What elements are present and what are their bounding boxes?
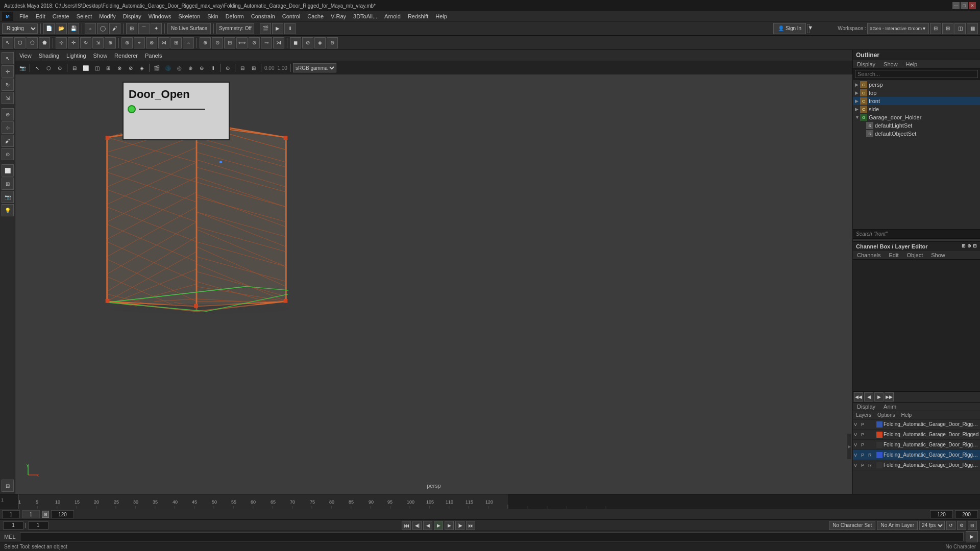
vit-6-btn[interactable]: ⊘	[126, 63, 136, 73]
timeline-start-input[interactable]	[2, 510, 20, 518]
menu-windows[interactable]: Windows	[145, 13, 175, 20]
rotate-btn[interactable]: ↻	[80, 37, 91, 48]
vit-render-btn[interactable]: 🎬	[152, 63, 162, 73]
vit-shadow-btn[interactable]: 🌑	[163, 63, 173, 73]
timeline-ruler[interactable]: 1 5 10 15 20 25 30 35 40 45 50	[0, 494, 980, 509]
show-manip-btn[interactable]: ⊕	[105, 37, 116, 48]
timeline-end-toggle[interactable]: ⊟	[42, 511, 49, 518]
layer-row-2[interactable]: V P Folding_Automatic_Garage_Door_Rigged	[853, 430, 980, 440]
outliner-search-input[interactable]	[855, 70, 978, 78]
symmetry-btn[interactable]: Symmetry: Off	[216, 23, 254, 34]
menu-redshift[interactable]: Redshift	[405, 13, 431, 20]
tree-item-persp[interactable]: ▶ C persp	[853, 81, 980, 89]
vit-2-btn[interactable]: ⬜	[81, 63, 91, 73]
joint-btn[interactable]: ⊛	[121, 37, 133, 48]
tree-item-garage-holder[interactable]: ▼ G Garage_door_Holder	[853, 113, 980, 121]
vit-3-btn[interactable]: ◫	[92, 63, 102, 73]
snap-curve-btn[interactable]: ⌒	[138, 23, 150, 34]
sign-in-dropdown[interactable]: ▼	[807, 24, 810, 33]
no-anim-layer-btn[interactable]: No Anim Layer	[877, 521, 918, 530]
menu-create[interactable]: Create	[50, 13, 72, 20]
vit-pause-btn[interactable]: ⏸	[208, 63, 218, 73]
sidebar-snap-btn[interactable]: ⊙	[2, 148, 14, 160]
vit-camera-btn[interactable]: 📷	[17, 63, 28, 73]
playback-total-input[interactable]	[955, 510, 978, 518]
bend-btn[interactable]: ⌢	[183, 37, 194, 48]
vit-isolate-btn[interactable]: ⊙	[223, 63, 233, 73]
menu-cache[interactable]: Cache	[304, 13, 327, 20]
sidebar-scale-btn[interactable]: ⇲	[2, 92, 14, 104]
vit-paint-btn[interactable]: ⊙	[55, 63, 65, 73]
vit-dof-btn[interactable]: ⊖	[197, 63, 207, 73]
render-btn[interactable]: 🎬	[260, 23, 271, 34]
anim-opts-btn[interactable]: ⊟	[968, 521, 977, 530]
tree-item-side[interactable]: ▶ C side	[853, 105, 980, 113]
playback-frame-input[interactable]	[930, 510, 953, 518]
save-file-btn[interactable]: 💾	[68, 23, 79, 34]
cluster-btn[interactable]: ⊗	[146, 37, 157, 48]
sidebar-move-btn[interactable]: ✛	[2, 65, 14, 78]
snap-grid-btn[interactable]: ⊞	[126, 23, 137, 34]
menu-skeleton[interactable]: Skeleton	[175, 13, 203, 20]
tree-item-default-obj-set[interactable]: S defaultObjectSet	[853, 130, 980, 138]
lasso-btn[interactable]: ◯	[97, 23, 108, 34]
texture-btn[interactable]: ⊘	[302, 37, 313, 48]
outliner-tab-display[interactable]: Display	[853, 60, 879, 68]
menu-help[interactable]: Help	[432, 13, 450, 20]
sidebar-grid-btn[interactable]: ⊞	[2, 178, 14, 190]
sidebar-bottom-btn[interactable]: ⊟	[2, 480, 14, 492]
sculpt-btn[interactable]: ⊘	[249, 37, 260, 48]
ui-icon-4[interactable]: ▦	[967, 23, 978, 34]
go-end-btn[interactable]: ⏭	[466, 521, 475, 530]
le-btn-2[interactable]: ◀	[864, 392, 873, 402]
channel-box-icon-1[interactable]: ⊟	[973, 243, 977, 248]
next-key-btn[interactable]: |▶	[455, 521, 464, 530]
layer-row-4[interactable]: V P R Folding_Automatic_Garage_Door_Rigg…	[853, 450, 980, 460]
render-view-btn[interactable]: ◼	[290, 37, 301, 48]
vit-ao-btn[interactable]: ◎	[174, 63, 184, 73]
tree-item-default-light-set[interactable]: S defaultLightSet	[853, 121, 980, 130]
wire-btn[interactable]: ⋈	[158, 37, 169, 48]
sidebar-light-btn[interactable]: 💡	[2, 204, 14, 216]
playback-start-frame[interactable]	[28, 521, 48, 530]
rigging-select[interactable]: Rigging	[2, 23, 38, 34]
viewport-menu-renderer[interactable]: Renderer	[112, 53, 140, 59]
menu-display[interactable]: Display	[120, 13, 144, 20]
select-mode-btn[interactable]: ⬦	[85, 23, 96, 34]
soft-select-btn[interactable]: ⬟	[39, 37, 50, 48]
viewport-menu-view[interactable]: View	[17, 53, 34, 59]
fps-select[interactable]: 24 fps 30 fps	[919, 521, 945, 530]
layer-row-1[interactable]: V P Folding_Automatic_Garage_Door_Rigged…	[853, 419, 980, 430]
le-subtab-options[interactable]: Options	[874, 411, 898, 419]
maximize-button[interactable]: □	[961, 2, 968, 9]
gamma-select[interactable]: sRGB gamma	[293, 63, 336, 72]
stop-btn[interactable]: ⏸	[284, 23, 296, 34]
minimize-button[interactable]: —	[952, 2, 960, 9]
anim-prefs-btn[interactable]: ⚙	[957, 521, 966, 530]
menu-arnold[interactable]: Arnold	[381, 13, 404, 20]
vit-lasso-btn[interactable]: ⬡	[43, 63, 54, 73]
menu-modify[interactable]: Modify	[96, 13, 118, 20]
select-tool-btn[interactable]: ↖	[2, 37, 13, 48]
menu-constrain[interactable]: Constrain	[248, 13, 278, 20]
channel-box-icon-2[interactable]: ⊕	[967, 243, 971, 248]
new-file-btn[interactable]: 📄	[43, 23, 55, 34]
scale-btn[interactable]: ⇲	[92, 37, 104, 48]
lattice-btn[interactable]: ⊞	[170, 37, 182, 48]
vit-aa-btn[interactable]: ⊕	[185, 63, 195, 73]
snap-to-btn[interactable]: ⊙	[212, 37, 223, 48]
loop-btn[interactable]: ↺	[946, 521, 955, 530]
vit-hud-btn[interactable]: ⊟	[237, 63, 248, 73]
add-btn[interactable]: ⊕	[200, 37, 211, 48]
move-btn[interactable]: ✛	[68, 37, 79, 48]
ik-handle-btn[interactable]: ⌖	[134, 37, 145, 48]
viewport-canvas[interactable]: 📷 ↖ ⬡ ⊙ ⊟ ⬜ ◫ ⊞ ⊗ ⊘ ◈ 🎬 🌑 ◎ ⊕ ⊖ ⏸	[15, 61, 852, 494]
rivet-btn[interactable]: ⊸	[261, 37, 272, 48]
layer-row-3[interactable]: V P Folding_Automatic_Garage_Door_Rigged…	[853, 440, 980, 450]
le-btn-4[interactable]: ▶▶	[885, 392, 894, 402]
close-button[interactable]: ✕	[969, 2, 976, 9]
hypershade-btn[interactable]: ◈	[314, 37, 326, 48]
transform-btn[interactable]: ⊹	[56, 37, 67, 48]
next-frame-btn[interactable]: ▶	[445, 521, 454, 530]
align-btn[interactable]: ⊟	[224, 37, 235, 48]
